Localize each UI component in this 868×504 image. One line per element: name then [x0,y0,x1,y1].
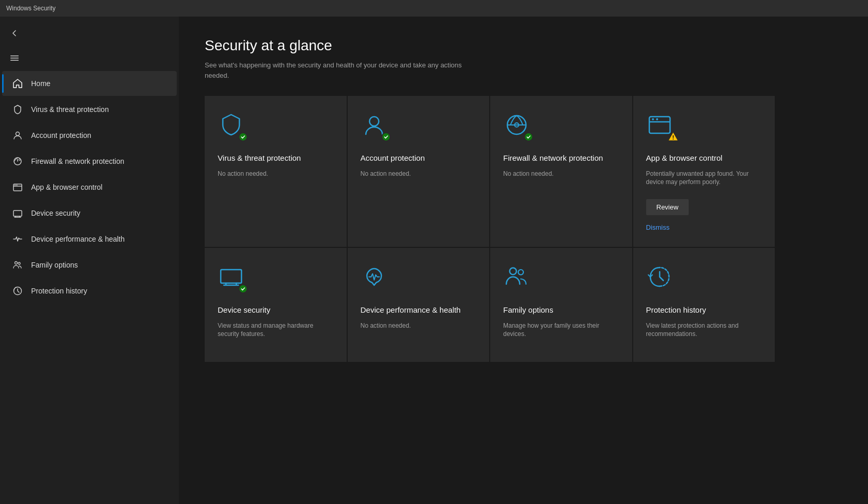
page-title: Security at a glance [205,37,842,54]
protection-history-card-title: Protection history [646,305,762,315]
svg-rect-9 [13,211,22,216]
device-perf-card-icon [361,263,388,290]
app-browser-card-icon-area: ! [646,111,677,143]
svg-rect-21 [221,270,241,283]
sidebar: Home Virus & threat protection Account p… [0,17,179,504]
sidebar-item-home[interactable]: Home [2,71,177,96]
firewall-card-icon-area [503,111,534,143]
svg-rect-2 [10,60,19,61]
sidebar-item-protection-history[interactable]: Protection history [2,278,177,303]
family-card-icon [503,263,530,290]
device-security-check-badge [238,284,248,293]
svg-point-23 [518,270,523,275]
sidebar-item-virus-label: Virus & threat protection [31,105,109,114]
protection-history-card-desc: View latest protection actions and recom… [646,321,762,339]
virus-card-desc: No action needed. [218,170,334,178]
svg-point-18 [656,118,658,120]
protection-history-card[interactable]: Protection history View latest protectio… [633,248,775,362]
sidebar-item-home-label: Home [31,79,50,88]
device-perf-nav-icon [12,234,23,244]
virus-card-icon-area [218,111,249,143]
app-browser-card-title: App & browser control [646,153,762,163]
svg-point-22 [510,268,517,275]
account-card-icon-area [361,111,392,143]
family-card[interactable]: Family options Manage how your family us… [490,248,632,362]
family-card-desc: Manage how your family uses their device… [503,321,619,339]
firewall-card[interactable]: Firewall & network protection No action … [490,96,632,247]
device-perf-card-title: Device performance & health [361,305,477,315]
account-card[interactable]: Account protection No action needed. [348,96,490,247]
account-card-desc: No action needed. [361,170,477,178]
device-perf-card[interactable]: Device performance & health No action ne… [348,248,490,362]
page-subtitle: See what's happening with the security a… [205,60,464,80]
sidebar-item-firewall[interactable]: Firewall & network protection [2,149,177,174]
sidebar-item-app-browser[interactable]: App & browser control [2,175,177,200]
svg-rect-1 [10,58,19,59]
sidebar-item-protection-history-label: Protection history [31,287,87,295]
hamburger-button[interactable] [4,48,25,68]
svg-text:!: ! [672,134,674,141]
family-card-icon-area [503,263,534,295]
svg-rect-0 [10,55,19,57]
sidebar-item-account-label: Account protection [31,131,91,139]
sidebar-item-device-perf[interactable]: Device performance & health [2,227,177,251]
device-security-nav-icon [12,208,23,218]
main-content: Security at a glance See what's happenin… [179,17,868,504]
sidebar-item-firewall-label: Firewall & network protection [31,157,124,165]
account-card-title: Account protection [361,153,477,163]
home-icon [12,78,23,89]
titlebar-title: Windows Security [6,5,55,12]
protection-history-nav-icon [12,286,23,296]
back-button[interactable] [4,23,25,44]
app-container: Home Virus & threat protection Account p… [0,17,868,504]
svg-point-17 [652,118,654,120]
device-security-card[interactable]: Device security View status and manage h… [205,248,347,362]
device-security-card-title: Device security [218,305,334,315]
app-browser-warning-badge: ! [668,131,678,142]
svg-point-5 [19,159,21,161]
family-card-title: Family options [503,305,619,315]
firewall-check-badge [524,132,533,142]
app-browser-nav-icon [12,182,23,192]
svg-point-7 [15,185,16,186]
dismiss-link[interactable]: Dismiss [646,223,762,231]
svg-point-3 [16,132,20,136]
device-perf-card-desc: No action needed. [361,321,477,330]
virus-check-badge [238,132,248,142]
sidebar-item-family-label: Family options [31,261,78,269]
firewall-nav-icon [12,156,23,166]
device-perf-card-icon-area [361,263,392,295]
account-check-badge [381,132,391,142]
account-nav-icon [12,130,23,141]
back-icon [10,29,19,37]
sidebar-item-device-security[interactable]: Device security [2,201,177,226]
firewall-card-title: Firewall & network protection [503,153,619,163]
cards-grid: Virus & threat protection No action need… [205,96,775,362]
sidebar-item-account[interactable]: Account protection [2,123,177,148]
sidebar-item-app-browser-label: App & browser control [31,183,103,191]
protection-history-card-icon-area [646,263,677,295]
virus-nav-icon [12,104,23,115]
svg-point-10 [15,262,18,264]
hamburger-icon [10,54,19,62]
svg-point-13 [369,117,379,126]
sidebar-item-virus[interactable]: Virus & threat protection [2,97,177,122]
svg-point-8 [17,185,18,186]
protection-history-card-icon [646,263,673,290]
family-nav-icon [12,260,23,270]
virus-card[interactable]: Virus & threat protection No action need… [205,96,347,247]
sidebar-item-device-security-label: Device security [31,209,80,217]
sidebar-item-device-perf-label: Device performance & health [31,235,125,243]
app-browser-card[interactable]: ! App & browser control Potentially unwa… [633,96,775,247]
device-security-card-icon-area [218,263,249,295]
sidebar-item-family[interactable]: Family options [2,253,177,277]
firewall-card-desc: No action needed. [503,170,619,178]
device-security-card-desc: View status and manage hardware security… [218,321,334,339]
app-browser-card-desc: Potentially unwanted app found. Your dev… [646,170,762,187]
titlebar: Windows Security [0,0,868,17]
svg-point-11 [18,262,20,264]
virus-card-title: Virus & threat protection [218,153,334,163]
review-button[interactable]: Review [646,199,689,215]
